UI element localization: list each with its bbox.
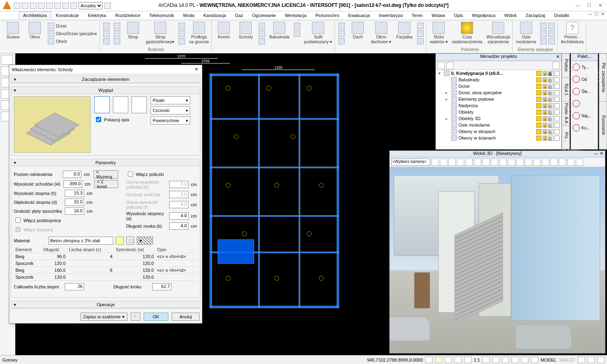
mini-icon[interactable] [540,38,547,44]
tab-architektura[interactable]: Architektura [19,11,51,20]
status-icon[interactable] [492,357,499,363]
camera-select[interactable]: <Wybierz kamerę> [391,159,430,166]
okno-dach-button[interactable]: Okno dachowe ▾ [371,22,391,44]
v3d-tool-icon[interactable] [567,159,575,166]
mini-icon[interactable] [114,23,120,29]
v3d-tool-icon[interactable] [559,159,566,166]
stair-type-icon[interactable] [113,96,128,113]
tab-wspolpraca[interactable]: Współpraca [467,11,500,20]
maximize-button[interactable]: ☐ [587,3,591,8]
mini-icon[interactable] [548,23,555,29]
pisaki-combo[interactable]: Pisaki▾ [151,96,190,104]
ribbon-minimize-icon[interactable]: — [588,11,592,20]
sidetab[interactable]: Prz... [562,125,569,149]
mini-icon[interactable] [259,23,265,29]
ribbon-help-icon[interactable]: ☐ [594,11,599,20]
mini-icon[interactable] [178,30,185,37]
drzwi-button[interactable]: Drzwi [48,23,97,29]
mini-icon[interactable] [259,38,265,44]
tree-node[interactable]: ▸Obiekty 3D🔒⎙ [436,115,561,122]
v3d-tool-icon[interactable] [491,159,498,166]
wizualizacja-button[interactable]: Wizualizacja zacienienia [486,22,510,44]
v3d-tool-icon[interactable] [499,159,507,166]
status-icon[interactable] [588,357,595,363]
otwor-button[interactable]: Otwór [48,38,97,44]
tab-kanalizacja[interactable]: Kanalizacja [199,11,231,20]
ok-button[interactable]: OK [144,313,169,321]
facjatka-button[interactable]: Facjatka [395,22,413,40]
status-icon[interactable] [464,357,471,363]
status-icon[interactable] [502,357,509,363]
mini-icon[interactable] [178,38,185,44]
tab-ewakuacja[interactable]: Ewakuacja [344,11,374,20]
poziom-input[interactable]: 0.0 [63,171,81,178]
tree-node[interactable]: ▸Drzwi, okna specjalne🔒⎙ [436,89,561,96]
mini-icon[interactable] [540,23,547,29]
status-icon[interactable] [454,357,462,363]
palette-item[interactable]: Naj... [571,110,598,122]
v3d-tool-icon[interactable] [431,159,439,166]
palette-item[interactable]: Od [571,73,598,85]
v3d-tool-icon[interactable] [542,159,549,166]
tree-node[interactable]: Drzwi🔒⎙ [436,83,561,89]
v3d-tool-icon[interactable] [508,159,515,166]
tab-teren[interactable]: Teren [407,11,427,20]
tab-zarzadzaj[interactable]: Zarządzaj [521,11,550,20]
v3d-tool-icon[interactable] [440,159,447,166]
mini-icon[interactable] [417,23,424,29]
mini-icon[interactable] [548,30,555,37]
mini-icon[interactable] [338,30,345,37]
v3d-render[interactable] [390,167,605,353]
powierzchnie-combo[interactable]: Powierzchnie▾ [151,116,190,125]
tab-wentylacja[interactable]: Wentylacja [280,11,311,20]
status-icon[interactable] [482,357,490,363]
stair-type-icon[interactable] [94,96,110,113]
show-desc-checkbox[interactable]: Pokazuj opis [94,116,147,123]
mini-icon[interactable] [103,23,110,29]
status-icon[interactable] [578,357,585,363]
grubosc-input[interactable]: 16.0 [65,207,84,215]
czas-button[interactable]: Czas nasłonecznienia [452,22,482,44]
mini-icon[interactable] [294,23,300,29]
mini-icon[interactable] [338,38,345,44]
section-header[interactable]: ▾Zarządzanie elementem [11,76,200,83]
section-header[interactable]: ▾Wygląd [11,87,200,94]
tab-piorun[interactable]: Piorunochro [311,11,344,20]
qat-save-icon[interactable] [30,2,36,9]
roza-button[interactable]: Róża wiatrów ▾ [430,22,448,44]
qat-layer-icon[interactable] [70,2,77,9]
sufit-button[interactable]: Sufit podwieszany ▾ [304,22,333,44]
dialog-close-icon[interactable]: ✕ [193,67,200,72]
qat-print-icon[interactable] [38,2,45,9]
mini-icon[interactable] [103,30,110,37]
mini-icon[interactable] [103,38,110,44]
sidetab[interactable]: Podrys [562,54,569,78]
sidetab[interactable]: Przekr. A-A [562,102,569,125]
tab-woda[interactable]: Woda [178,11,199,20]
tab-telekom[interactable]: Telekomunik [145,11,178,20]
tree-node[interactable]: ▸Elementy prętowe🔒⎙ [436,96,561,102]
v3d-tool-icon[interactable] [465,159,473,166]
okno-drzwi-button[interactable]: Okno/Drzwi specjalne [48,30,97,37]
strop-g-button[interactable]: Strop gęstożebrowy▾ [146,22,175,44]
material-select[interactable]: Beton zbrojony z 2% stali [49,237,113,245]
qat-undo-icon[interactable] [46,2,53,9]
hatch-select[interactable]: ▾ [137,237,153,245]
dach-button[interactable]: Dach [349,22,367,40]
tab-widok[interactable]: Widok [500,11,521,20]
tab-wstaw[interactable]: Wstaw [427,11,450,20]
section-header[interactable]: ▾Operacje [11,301,200,308]
mini-icon[interactable] [294,30,300,37]
minimize-button[interactable]: — [575,3,580,8]
balustrada-button[interactable]: Balustrada [269,22,289,40]
mini-icon[interactable] [417,30,424,37]
qat-redo-icon[interactable] [54,2,61,9]
tab-gaz[interactable]: Gaz [231,11,248,20]
status-icon[interactable] [425,357,433,363]
tab-inwent[interactable]: Inwentaryza [374,11,407,20]
qat-bulb-icon[interactable] [62,2,69,9]
sidetab[interactable]: Rzut 1 [562,78,569,102]
v3d-tool-icon[interactable] [550,159,558,166]
wys-stopnia-input[interactable]: 15.3 [65,190,84,197]
v3d-tool-icon[interactable] [457,159,464,166]
